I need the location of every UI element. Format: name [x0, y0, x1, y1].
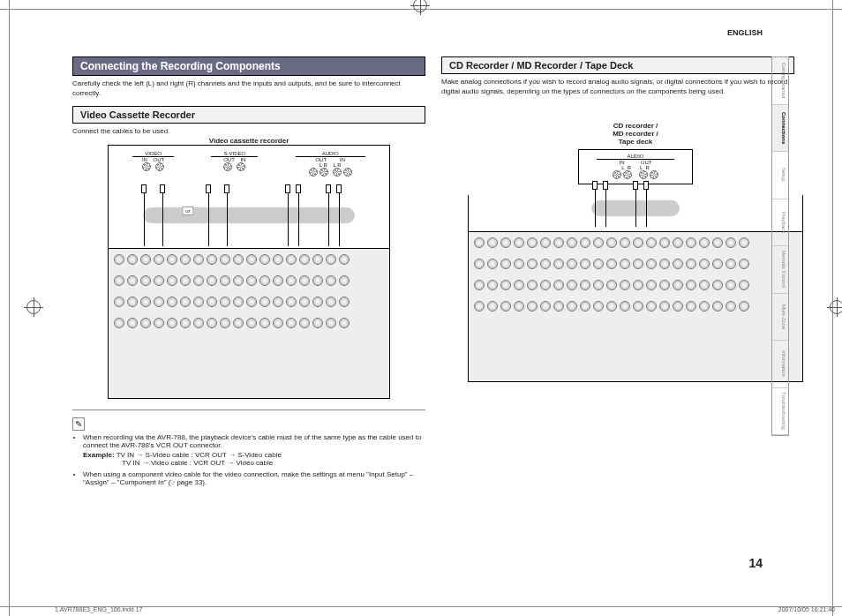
jack-icon	[593, 237, 604, 248]
tab-troubleshooting[interactable]: Troubleshooting	[772, 388, 788, 436]
print-footer: 1.AVR788E3_ENG_106.indd 17 2007/10/05 16…	[55, 606, 835, 612]
jack-icon	[286, 297, 297, 307]
jack-icon	[326, 318, 336, 328]
jack-icon	[339, 297, 350, 307]
jack-icon	[739, 237, 749, 248]
port-l-label: L	[640, 165, 643, 170]
port-l-label: L	[621, 165, 624, 170]
vcr-port-row: VIDEO IN OUT S-VIDEO OUT IN AUDIO OUT IN	[109, 146, 389, 179]
cdr-label-line: CD recorder /	[578, 122, 693, 130]
tab-connections[interactable]: Connections	[772, 105, 788, 153]
port-group-video: VIDEO	[132, 151, 174, 157]
cable-area: or	[109, 181, 389, 250]
jack-icon	[514, 237, 524, 248]
jack-icon	[233, 318, 244, 328]
port-icon	[309, 168, 318, 177]
jack-icon	[567, 237, 577, 248]
tab-multi-zone[interactable]: Multi-Zone	[772, 294, 788, 342]
cable-plug-icon	[336, 184, 342, 193]
jack-icon	[220, 297, 230, 307]
jack-icon	[312, 297, 323, 307]
tab-getting-started[interactable]: Getting Started	[772, 57, 788, 105]
jack-icon	[114, 318, 124, 328]
cable-line	[208, 193, 209, 246]
jack-icon	[326, 297, 336, 307]
cable-line	[162, 193, 163, 246]
jack-icon	[259, 275, 270, 286]
cable-plug-icon	[285, 184, 290, 193]
cable-plug-icon	[206, 184, 211, 193]
cdr-label-line: Tape deck	[578, 138, 693, 146]
jack-icon	[312, 318, 323, 328]
jack-icon	[673, 259, 683, 269]
cable-line	[605, 190, 606, 227]
pen-icon: ✎	[72, 417, 85, 431]
notes-block: ✎ When recording via the AVR-788, the pl…	[72, 409, 425, 486]
right-column: CD Recorder / MD Recorder / Tape Deck Ma…	[441, 56, 794, 382]
jack-icon	[540, 280, 551, 290]
jack-icon	[299, 275, 310, 286]
port-icon	[613, 170, 621, 179]
jack-icon	[739, 301, 749, 312]
jack-icon	[220, 275, 230, 286]
tab-setup[interactable]: Setup	[772, 152, 788, 199]
jack-icon	[154, 275, 164, 286]
jack-icon	[299, 254, 310, 265]
jack-icon	[140, 254, 151, 265]
cable-plug-icon	[643, 181, 649, 190]
jacks-row	[109, 291, 389, 312]
jack-icon	[474, 237, 485, 248]
tab-remote-control[interactable]: Remote Control	[772, 246, 788, 294]
jack-icon	[527, 259, 538, 269]
jack-icon	[646, 259, 657, 269]
jacks-row	[109, 312, 389, 334]
port-group-audio: AUDIO	[597, 154, 673, 160]
jack-icon	[259, 297, 270, 307]
note-text: When recording via the AVR-788, the play…	[83, 433, 421, 449]
jack-icon	[140, 275, 151, 286]
jack-icon	[593, 280, 604, 290]
tab-information[interactable]: Information	[772, 341, 788, 388]
jack-icon	[725, 237, 736, 248]
cdr-connection-diagram	[468, 195, 803, 382]
note-item: When using a component video cable for t…	[83, 470, 425, 486]
jack-icon	[167, 254, 177, 265]
jack-icon	[207, 318, 217, 328]
jack-icon	[127, 275, 138, 286]
cable-line	[595, 190, 596, 227]
jack-icon	[193, 318, 204, 328]
jack-icon	[659, 301, 670, 312]
jack-icon	[207, 254, 217, 265]
jacks-row	[109, 249, 389, 270]
jack-icon	[286, 318, 297, 328]
jack-icon	[659, 259, 670, 269]
jack-icon	[312, 254, 323, 265]
jack-icon	[620, 237, 630, 248]
jack-icon	[193, 275, 204, 286]
language-label: ENGLISH	[727, 28, 763, 37]
jack-icon	[500, 259, 511, 269]
footer-timestamp: 2007/10/05 16:21:40	[778, 606, 835, 612]
cable-plug-icon	[141, 184, 147, 193]
jack-icon	[339, 254, 350, 265]
section-title-cdr: CD Recorder / MD Recorder / Tape Deck	[441, 56, 794, 74]
port-r-label: R	[628, 165, 631, 170]
jack-icon	[712, 237, 723, 248]
port-icon	[320, 168, 328, 177]
jack-icon	[527, 280, 538, 290]
jack-icon	[180, 254, 191, 265]
jack-icon	[553, 301, 564, 312]
jack-icon	[127, 254, 138, 265]
jack-icon	[567, 259, 577, 269]
page-number: 14	[748, 556, 763, 570]
jack-icon	[686, 259, 696, 269]
jack-icon	[233, 297, 244, 307]
jack-icon	[140, 318, 151, 328]
receiver-back-panel	[469, 231, 802, 381]
jack-icon	[699, 259, 710, 269]
jack-icon	[686, 237, 696, 248]
registration-mark-right	[830, 300, 842, 314]
tab-playback[interactable]: Playback	[772, 199, 788, 247]
jack-icon	[154, 318, 164, 328]
jack-icon	[114, 297, 124, 307]
